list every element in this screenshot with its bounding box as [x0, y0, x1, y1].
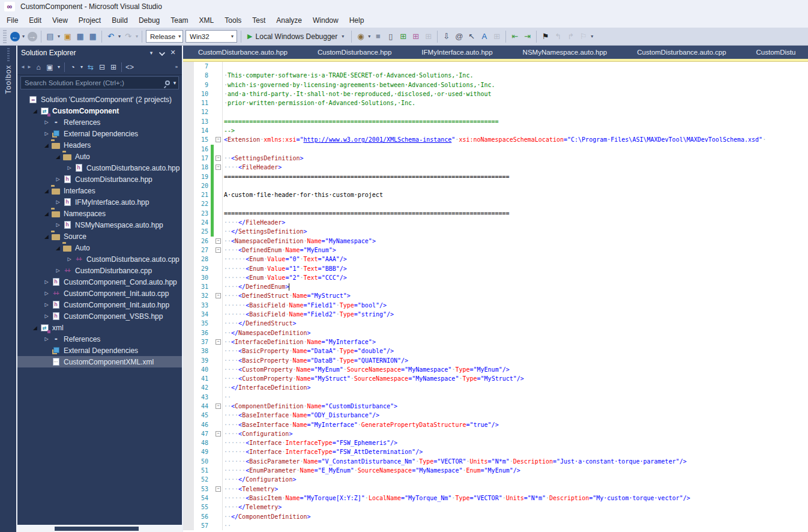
code-text[interactable]: ····</Telemetry>: [222, 503, 808, 512]
code-text[interactable]: ······<Enum·Value="0"·Text="AAA"/>: [222, 255, 808, 264]
tree-item-references[interactable]: ▷▪▪References: [17, 333, 182, 345]
breakpoint-margin[interactable]: [183, 503, 194, 512]
tree-item-customcomponent-init-auto-cpp[interactable]: ▷++CustomComponent_Init.auto.cpp: [17, 288, 182, 299]
code-text[interactable]: ··<NamespaceDefinition·Name="MyNamespace…: [222, 237, 808, 246]
code-text[interactable]: [222, 107, 808, 116]
tree-item-interfaces[interactable]: ◢Interfaces: [17, 185, 182, 196]
breakpoint-margin[interactable]: [183, 494, 194, 503]
code-text[interactable]: ······<BasicField·Name="Field2"·Type="st…: [222, 310, 808, 319]
breakpoint-margin[interactable]: [183, 89, 194, 98]
tab-customdisturbance-auto-cpp[interactable]: CustomDisturbance.auto.cpp: [622, 46, 741, 59]
menu-tools[interactable]: Tools: [219, 14, 247, 27]
breakpoint-margin[interactable]: [183, 145, 194, 154]
breakpoint-margin[interactable]: [183, 181, 194, 190]
code-text[interactable]: [222, 62, 808, 71]
code-text[interactable]: ····<Configuration>: [222, 429, 808, 438]
code-text[interactable]: ·This·computer·software·is·a·TRADE·SECRE…: [222, 71, 808, 80]
expanded-arrow-icon[interactable]: ◢: [31, 325, 39, 331]
breakpoint-margin[interactable]: [183, 246, 194, 255]
code-text[interactable]: ····<FileHeader>: [222, 163, 808, 172]
collapsed-arrow-icon[interactable]: ▷: [54, 268, 62, 273]
scrollbar-thumb[interactable]: [55, 527, 139, 531]
breakpoint-margin[interactable]: [183, 135, 194, 144]
tree-item-auto[interactable]: ◢Auto: [17, 242, 182, 253]
collapse-all-icon[interactable]: ⊟: [97, 61, 107, 73]
code-text[interactable]: ····</FileHeader>: [222, 218, 808, 227]
add-item-icon[interactable]: ▣: [61, 30, 74, 43]
code-text[interactable]: ······<BasicItem·Name="MyTorque[X:Y:Z]"·…: [222, 494, 808, 503]
tree-item-external-dependencies[interactable]: ▷External Dependencies: [17, 128, 182, 139]
undo-caret-icon[interactable]: ▾: [117, 34, 122, 39]
tree-item-source[interactable]: ◢Source: [17, 231, 182, 242]
collapsed-arrow-icon[interactable]: ▷: [54, 222, 62, 228]
solution-configurations-dropdown[interactable]: Release▾: [146, 30, 183, 43]
panel-overflow-chevrons-icon[interactable]: »: [173, 61, 179, 73]
increase-indent-icon[interactable]: ⇥: [521, 30, 534, 43]
view-code-icon[interactable]: <>: [124, 61, 135, 73]
code-text[interactable]: [222, 181, 808, 190]
tree-item-xml[interactable]: ◢⇄xml: [17, 322, 182, 333]
breakpoint-margin[interactable]: [183, 282, 194, 291]
collapsed-arrow-icon[interactable]: ▷: [43, 131, 50, 136]
breakpoint-margin[interactable]: [183, 319, 194, 328]
breakpoint-margin[interactable]: [183, 80, 194, 89]
expanded-arrow-icon[interactable]: ◢: [43, 234, 50, 240]
attribute-icon[interactable]: @: [453, 30, 465, 43]
collapse-region-icon[interactable]: −: [216, 156, 221, 161]
collapsed-arrow-icon[interactable]: ▷: [54, 199, 62, 205]
tab-customdisturbance-auto-hpp[interactable]: CustomDisturbance.auto.hpp: [183, 46, 303, 59]
breakpoint-margin[interactable]: [183, 218, 194, 227]
code-text[interactable]: ··</ComponentDefinition>: [222, 512, 808, 521]
menu-project[interactable]: Project: [73, 14, 106, 27]
tree-item-customcomponent-cond-auto-hpp[interactable]: ▷hCustomComponent_Cond.auto.hpp: [17, 276, 182, 288]
solution-explorer-search-box[interactable]: Search Solution Explorer (Ctrl+;) ▾: [20, 76, 179, 89]
menu-edit[interactable]: Edit: [23, 14, 47, 27]
format-document-icon[interactable]: A: [478, 30, 490, 43]
sync-caret-icon[interactable]: ▾: [56, 61, 62, 73]
tree-item-ifmyinterface-auto-hpp[interactable]: ▷hIFMyInterface.auto.hpp: [17, 196, 182, 208]
search-input[interactable]: Search Solution Explorer (Ctrl+;): [21, 79, 165, 86]
tree-item-external-dependencies[interactable]: External Dependencies: [17, 345, 182, 356]
tree-item-nsmynamespace-auto-hpp[interactable]: ▷hNSMyNamespace.auto.hpp: [17, 219, 182, 231]
breakpoint-margin[interactable]: [183, 291, 194, 300]
undo-icon[interactable]: ↶: [104, 30, 117, 43]
save-all-icon[interactable]: ▦: [86, 30, 99, 43]
select-element-icon[interactable]: ↖: [465, 30, 478, 43]
breakpoint-margin[interactable]: [183, 411, 194, 420]
code-text[interactable]: ··</NamespaceDefinition>: [222, 328, 808, 337]
window-position-caret-icon[interactable]: ▾: [146, 50, 157, 56]
collapse-region-icon[interactable]: −: [216, 238, 221, 244]
code-text[interactable]: ·prior·written·permission·of·Advanced·So…: [222, 98, 808, 107]
schema-view-icon[interactable]: ⊞: [397, 30, 409, 43]
show-all-files-icon[interactable]: ⊞: [108, 61, 119, 73]
tree-item-namespaces[interactable]: ◢Namespaces: [17, 208, 182, 219]
xslt-view-icon[interactable]: ⊞: [409, 30, 422, 43]
collapse-region-icon[interactable]: −: [216, 339, 221, 345]
breakpoint-margin[interactable]: [183, 429, 194, 438]
forward-icon[interactable]: ►: [26, 61, 32, 73]
breakpoint-margin[interactable]: [183, 402, 194, 411]
tree-item-customdisturbance-auto-cpp[interactable]: ▷++CustomDisturbance.auto.cpp: [17, 253, 182, 265]
collapsed-arrow-icon[interactable]: ▷: [43, 279, 50, 285]
breakpoint-margin[interactable]: [183, 310, 194, 319]
code-text[interactable]: ========================================…: [222, 172, 808, 181]
breakpoint-margin[interactable]: [183, 475, 194, 484]
search-icon[interactable]: [165, 80, 170, 85]
collapsed-arrow-icon[interactable]: ▷: [65, 256, 73, 262]
breakpoint-margin[interactable]: [183, 199, 194, 208]
breakpoint-margin[interactable]: [183, 328, 194, 337]
collapsed-arrow-icon[interactable]: ▷: [43, 313, 50, 319]
toolbox-tab[interactable]: Toolbox: [0, 46, 16, 532]
toolbar-overflow-caret-icon[interactable]: ▾: [367, 34, 372, 39]
tree-item-customcomponentxml-xml[interactable]: ···CustomComponentXML.xml: [17, 356, 182, 367]
tree-item-references[interactable]: ▷▪▪References: [17, 116, 182, 128]
tree-item-customcomponent-vsbs-hpp[interactable]: ▷hCustomComponent_VSBS.hpp: [17, 310, 182, 322]
start-debug-button[interactable]: ▶Local Windows Debugger▾: [244, 29, 349, 44]
bookmark-overflow-caret-icon[interactable]: ▾: [589, 34, 594, 39]
code-text[interactable]: ··</InterfaceDefinition>: [222, 383, 808, 392]
tree-item-customdisturbance-hpp[interactable]: ▷hCustomDisturbance.hpp: [17, 174, 182, 185]
tab-customdisturbance-hpp[interactable]: CustomDisturbance.hpp: [303, 46, 406, 59]
breakpoint-margin[interactable]: [183, 163, 194, 172]
breakpoint-margin[interactable]: [183, 438, 194, 447]
breakpoint-margin[interactable]: [183, 62, 194, 71]
